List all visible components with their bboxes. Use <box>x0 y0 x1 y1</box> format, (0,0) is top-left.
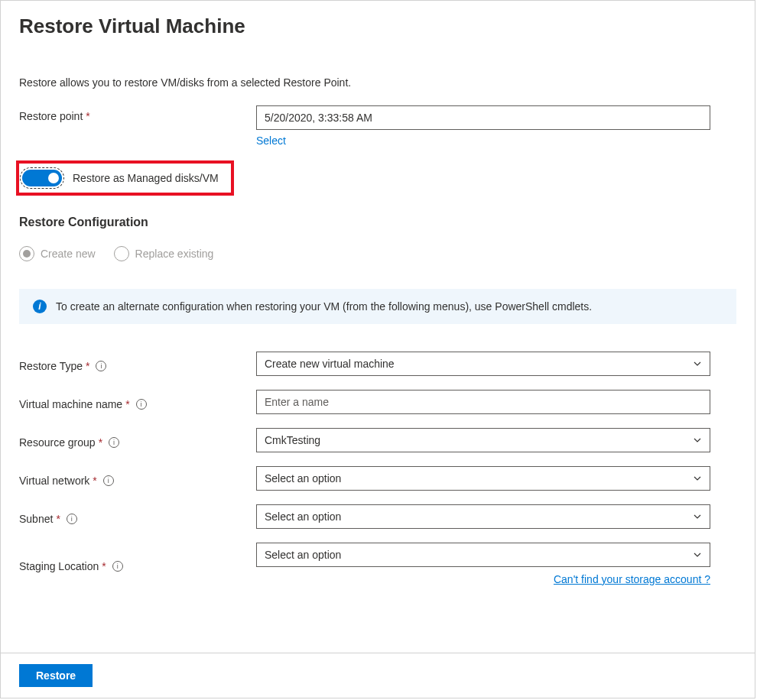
info-tooltip-icon[interactable]: i <box>103 475 114 486</box>
required-indicator: * <box>125 398 129 410</box>
resource-group-label: Resource group * i <box>19 432 256 449</box>
resource-group-row: Resource group * i CmkTesting <box>19 428 736 452</box>
virtual-network-label: Virtual network * i <box>19 470 256 487</box>
subnet-dropdown[interactable]: Select an option <box>256 504 710 529</box>
virtual-network-dropdown[interactable]: Select an option <box>256 466 710 491</box>
required-indicator: * <box>56 513 60 525</box>
resource-group-dropdown[interactable]: CmkTesting <box>256 428 710 452</box>
info-tooltip-icon[interactable]: i <box>96 361 106 371</box>
select-restore-point-link[interactable]: Select <box>256 134 286 147</box>
restore-vm-panel: Restore Virtual Machine Restore allows y… <box>0 0 755 698</box>
toggle-thumb <box>48 173 59 183</box>
dropdown-value: Select an option <box>265 472 341 484</box>
page-title: Restore Virtual Machine <box>19 15 736 38</box>
staging-location-row: Staging Location * i Select an option Ca… <box>19 543 736 585</box>
vm-name-row: Virtual machine name * i <box>19 390 736 414</box>
footer-bar: Restore <box>1 653 755 698</box>
radio-replace-existing-label: Replace existing <box>135 248 214 260</box>
managed-disks-highlight: Restore as Managed disks/VM <box>16 160 234 196</box>
restore-point-input[interactable] <box>256 105 710 130</box>
managed-disks-label: Restore as Managed disks/VM <box>73 172 219 184</box>
managed-disks-toggle[interactable] <box>22 170 62 186</box>
required-indicator: * <box>102 560 106 572</box>
info-tooltip-icon[interactable]: i <box>109 437 119 448</box>
required-indicator: * <box>86 110 89 122</box>
restore-point-label: Restore point * <box>19 105 256 122</box>
restore-button[interactable]: Restore <box>19 664 93 687</box>
radio-replace-existing[interactable]: Replace existing <box>114 246 214 261</box>
required-indicator: * <box>93 475 96 487</box>
restore-type-dropdown[interactable]: Create new virtual machine <box>256 352 710 376</box>
subnet-label: Subnet * i <box>19 508 256 525</box>
vm-name-label: Virtual machine name * i <box>19 394 256 410</box>
dropdown-value: CmkTesting <box>265 434 320 446</box>
info-banner: i To create an alternate configuration w… <box>19 289 736 324</box>
radio-create-new[interactable]: Create new <box>19 246 96 261</box>
subnet-row: Subnet * i Select an option <box>19 504 736 529</box>
chevron-down-icon <box>693 359 702 368</box>
dropdown-value: Select an option <box>265 549 341 561</box>
chevron-down-icon <box>693 474 702 483</box>
info-tooltip-icon[interactable]: i <box>112 561 123 572</box>
vm-name-input[interactable] <box>256 390 710 414</box>
required-indicator: * <box>86 360 89 372</box>
storage-account-help-link[interactable]: Can't find your storage account ? <box>554 573 710 585</box>
info-tooltip-icon[interactable]: i <box>136 399 147 410</box>
info-tooltip-icon[interactable]: i <box>67 514 77 524</box>
info-banner-text: To create an alternate configuration whe… <box>56 300 592 313</box>
restore-type-row: Restore Type * i Create new virtual mach… <box>19 352 736 376</box>
page-description: Restore allows you to restore VM/disks f… <box>19 76 736 89</box>
chevron-down-icon <box>693 436 702 445</box>
radio-create-new-label: Create new <box>41 248 96 260</box>
restore-type-label: Restore Type * i <box>19 355 256 372</box>
dropdown-value: Create new virtual machine <box>265 358 395 370</box>
staging-location-dropdown[interactable]: Select an option <box>256 543 710 567</box>
virtual-network-row: Virtual network * i Select an option <box>19 466 736 491</box>
dropdown-value: Select an option <box>265 510 341 523</box>
chevron-down-icon <box>693 550 702 559</box>
staging-location-label: Staging Location * i <box>19 556 256 572</box>
required-indicator: * <box>99 436 102 449</box>
radio-circle-icon <box>114 246 129 261</box>
radio-circle-icon <box>19 246 34 261</box>
restore-point-row: Restore point * Select <box>19 105 736 147</box>
chevron-down-icon <box>693 512 702 521</box>
restore-config-header: Restore Configuration <box>19 216 736 229</box>
restore-config-radio-group: Create new Replace existing <box>19 246 736 261</box>
info-icon: i <box>33 300 47 313</box>
